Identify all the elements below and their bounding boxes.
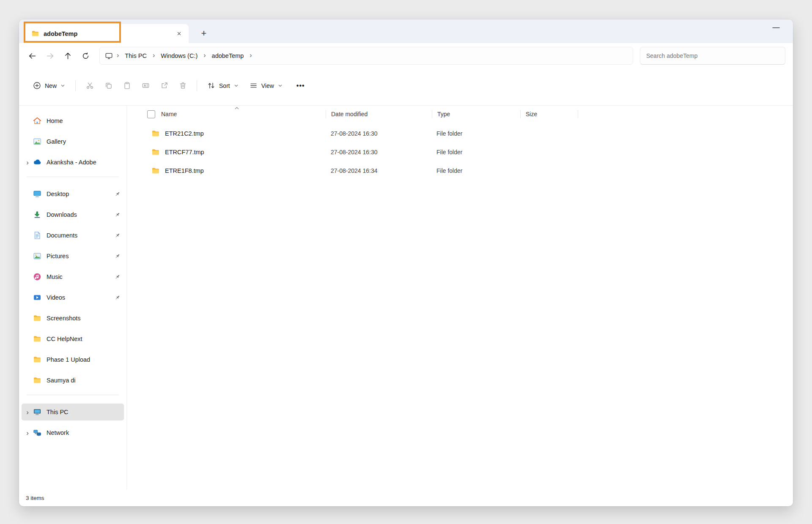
breadcrumb-chevron-icon: › (247, 52, 254, 59)
column-header-size[interactable]: Size (521, 111, 578, 117)
copy-icon (104, 82, 112, 90)
sidebar-item-desktop[interactable]: Desktop (22, 186, 124, 202)
tab-close-button[interactable] (173, 28, 184, 39)
item-count: 3 items (26, 495, 44, 501)
up-button[interactable] (59, 47, 77, 64)
sidebar-item-saumya-di[interactable]: Saumya di (22, 372, 124, 389)
column-label: Size (526, 111, 537, 117)
sidebar-item-phase-1-upload[interactable]: Phase 1 Upload (22, 351, 124, 368)
navigation-bar: › This PC › Windows (C:) › adobeTemp › (19, 43, 793, 68)
share-button[interactable] (155, 77, 173, 94)
onedrive-icon (33, 158, 42, 167)
column-header-row: Name Date modified Type Size (127, 106, 793, 123)
sidebar-item-label: CC HelpNext (47, 336, 82, 342)
toolbar-separator (197, 80, 197, 91)
file-rows: ETR21C2.tmp 27-08-2024 16:30 File folder… (127, 123, 793, 489)
sidebar-item-pictures[interactable]: Pictures (22, 248, 124, 265)
chevron-down-icon (60, 83, 65, 88)
sidebar-item-this-pc[interactable]: › This PC (22, 404, 124, 420)
refresh-button[interactable] (77, 47, 94, 64)
sidebar-item-videos[interactable]: Videos (22, 289, 124, 306)
sidebar-item-label: Phase 1 Upload (47, 356, 90, 363)
chevron-right-icon[interactable]: › (22, 429, 33, 437)
view-list-icon (250, 82, 258, 90)
window-controls: — (766, 19, 786, 35)
sidebar-item-cc-helpnext[interactable]: CC HelpNext (22, 330, 124, 347)
folder-icon (151, 129, 160, 138)
table-row[interactable]: ETRCF77.tmp 27-08-2024 16:30 File folder (127, 143, 793, 161)
chevron-right-icon[interactable]: › (22, 159, 33, 166)
sidebar-item-label: Desktop (47, 191, 69, 197)
file-type: File folder (431, 149, 519, 156)
chevron-right-icon[interactable]: › (22, 409, 33, 416)
sidebar-item-music[interactable]: Music (22, 268, 124, 285)
sidebar-item-downloads[interactable]: Downloads (22, 206, 124, 223)
column-separator[interactable] (578, 110, 578, 118)
folder-icon (151, 166, 160, 175)
tab-title: adobeTemp (44, 30, 77, 37)
file-name-cell: ETRE1F8.tmp (151, 166, 326, 175)
column-label: Type (437, 111, 450, 117)
select-all-checkbox[interactable] (147, 110, 155, 118)
more-options-button[interactable]: ••• (291, 77, 310, 94)
cut-icon (86, 82, 94, 90)
sort-button[interactable]: Sort (202, 77, 244, 94)
column-label: Name (161, 111, 177, 117)
sidebar-item-home[interactable]: Home (22, 112, 124, 129)
new-button-label: New (45, 82, 57, 89)
pin-icon (114, 191, 121, 197)
this-pc-icon (105, 52, 113, 60)
file-name: ETR21C2.tmp (165, 130, 204, 137)
trash-icon (179, 82, 187, 90)
paste-button[interactable] (118, 77, 136, 94)
back-button[interactable] (23, 47, 41, 64)
table-row[interactable]: ETR21C2.tmp 27-08-2024 16:30 File folder (127, 124, 793, 143)
rename-button[interactable] (137, 77, 154, 94)
folder-icon (33, 376, 42, 385)
table-row[interactable]: ETRE1F8.tmp 27-08-2024 16:34 File folder (127, 161, 793, 180)
music-icon (33, 272, 42, 281)
pin-icon (114, 273, 121, 280)
downloads-icon (33, 210, 42, 219)
copy-button[interactable] (99, 77, 117, 94)
navigation-pane: Home Gallery › Akanksha - Adobe Desktop (19, 106, 127, 489)
home-icon (33, 116, 42, 126)
documents-icon (33, 231, 42, 240)
cut-button[interactable] (81, 77, 99, 94)
content-area: Home Gallery › Akanksha - Adobe Desktop (19, 106, 793, 489)
sidebar-item-label: Documents (47, 232, 77, 239)
breadcrumb-item-adobetemp[interactable]: adobeTemp (209, 50, 247, 61)
rename-icon (142, 82, 150, 90)
breadcrumb[interactable]: › This PC › Windows (C:) › adobeTemp › (99, 47, 633, 65)
sort-arrows-icon (207, 82, 215, 90)
sidebar-item-gallery[interactable]: Gallery (22, 133, 124, 150)
pin-icon (114, 253, 121, 259)
pictures-icon (33, 251, 42, 261)
sidebar-item-network[interactable]: › Network (22, 424, 124, 441)
pin-icon (114, 294, 121, 301)
sidebar-item-screenshots[interactable]: Screenshots (22, 310, 124, 327)
pin-icon (114, 211, 121, 218)
column-header-type[interactable]: Type (432, 111, 520, 117)
new-tab-button[interactable]: + (197, 27, 211, 40)
minimize-button[interactable]: — (766, 19, 786, 35)
column-header-date-modified[interactable]: Date modified (326, 111, 432, 117)
delete-button[interactable] (174, 77, 192, 94)
folder-icon (33, 314, 42, 323)
column-header-name[interactable]: Name (146, 110, 326, 118)
close-icon (177, 31, 181, 36)
sidebar-item-documents[interactable]: Documents (22, 227, 124, 244)
sidebar-item-label: Network (47, 429, 69, 436)
sidebar-item-label: This PC (47, 409, 69, 415)
gallery-icon (33, 137, 42, 146)
folder-icon (33, 334, 42, 344)
tab-adobetemp[interactable]: adobeTemp (25, 24, 189, 43)
sidebar-item-label: Akanksha - Adobe (47, 159, 96, 166)
search-input[interactable] (645, 52, 780, 60)
breadcrumb-item-windows-c[interactable]: Windows (C:) (158, 50, 200, 61)
view-button[interactable]: View (244, 77, 288, 94)
new-button[interactable]: New (27, 77, 71, 94)
sidebar-item-onedrive[interactable]: › Akanksha - Adobe (22, 154, 124, 171)
forward-button[interactable] (41, 47, 59, 64)
breadcrumb-item-this-pc[interactable]: This PC (122, 50, 150, 61)
